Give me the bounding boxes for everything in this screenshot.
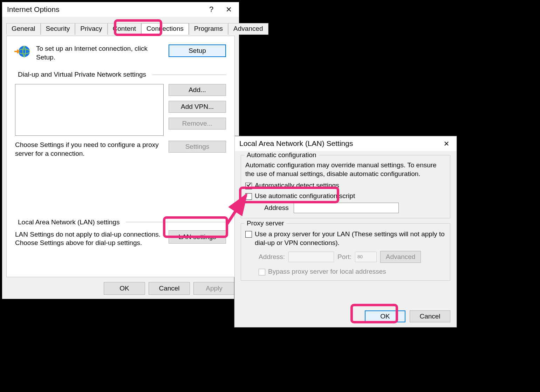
ok-button[interactable]: OK [365,310,405,322]
connections-listbox[interactable] [15,84,164,136]
setup-text: To set up an Internet connection, click … [36,44,162,62]
add-vpn-button[interactable]: Add VPN... [169,101,226,113]
proxy-server-group: Proxy server Use a proxy server for your… [241,223,450,280]
proxy-address-input[interactable] [288,252,334,262]
lan-hint-text: LAN Settings do not apply to dial-up con… [15,230,164,247]
dialog-buttons: OK Cancel [365,310,450,322]
close-button[interactable]: × [438,138,455,149]
connections-panel: To set up an Internet connection, click … [6,36,235,277]
cancel-button[interactable]: Cancel [149,282,190,295]
use-script-label: Use automatic configuration script [255,192,355,200]
tab-connections[interactable]: Connections [141,23,189,35]
tab-strip: General Security Privacy Content Connect… [2,17,239,35]
tab-security[interactable]: Security [41,23,75,35]
proxy-port-input[interactable] [355,252,377,262]
tab-privacy[interactable]: Privacy [75,23,107,35]
group-legend: Proxy server [245,219,286,227]
ok-button[interactable]: OK [104,282,145,295]
auto-detect-label: Automatically detect settings [255,182,339,189]
script-address-input[interactable] [294,203,399,213]
advanced-button[interactable]: Advanced [380,251,421,263]
tab-general[interactable]: General [6,23,41,35]
svg-point-0 [19,46,30,57]
setup-button[interactable]: Setup [169,44,226,57]
bypass-checkbox[interactable] [259,269,265,275]
apply-button[interactable]: Apply [193,282,235,295]
remove-button[interactable]: Remove... [169,118,226,130]
settings-button[interactable]: Settings [169,141,226,153]
globe-icon [14,44,30,58]
tab-content[interactable]: Content [108,23,142,35]
use-script-checkbox[interactable] [245,193,252,200]
use-proxy-checkbox[interactable] [245,231,252,238]
auto-config-desc: Automatic configuration may override man… [245,161,446,178]
cancel-button[interactable]: Cancel [410,310,450,322]
automatic-configuration-group: Automatic configuration Automatic config… [241,155,450,218]
tab-advanced[interactable]: Advanced [228,23,268,35]
titlebar: Local Area Network (LAN) Settings × [234,136,457,151]
group-legend: Automatic configuration [245,151,319,159]
bypass-label: Bypass proxy server for local addresses [268,268,386,275]
lan-settings-dialog: Local Area Network (LAN) Settings × Auto… [234,136,457,328]
proxy-address-label: Address: [259,253,285,261]
dialup-group-label: Dial-up and Virtual Private Network sett… [15,70,149,79]
window-title: Local Area Network (LAN) Settings [239,139,438,148]
lan-group-label: Local Area Network (LAN) settings [15,218,122,227]
close-button[interactable]: × [220,4,238,15]
tab-programs[interactable]: Programs [189,23,228,35]
address-label: Address [264,204,289,212]
dialog-buttons: OK Cancel Apply [104,282,235,295]
proxy-hint-text: Choose Settings if you need to configure… [15,141,164,158]
use-proxy-label: Use a proxy server for your LAN (These s… [255,230,446,247]
internet-options-dialog: Internet Options ? × General Security Pr… [1,1,240,300]
auto-detect-checkbox[interactable] [245,183,252,189]
lan-settings-button[interactable]: LAN settings [169,230,226,244]
help-button[interactable]: ? [203,5,220,14]
add-button[interactable]: Add... [169,84,226,96]
proxy-port-label: Port: [337,253,351,261]
window-title: Internet Options [7,5,203,14]
titlebar: Internet Options ? × [2,2,239,17]
